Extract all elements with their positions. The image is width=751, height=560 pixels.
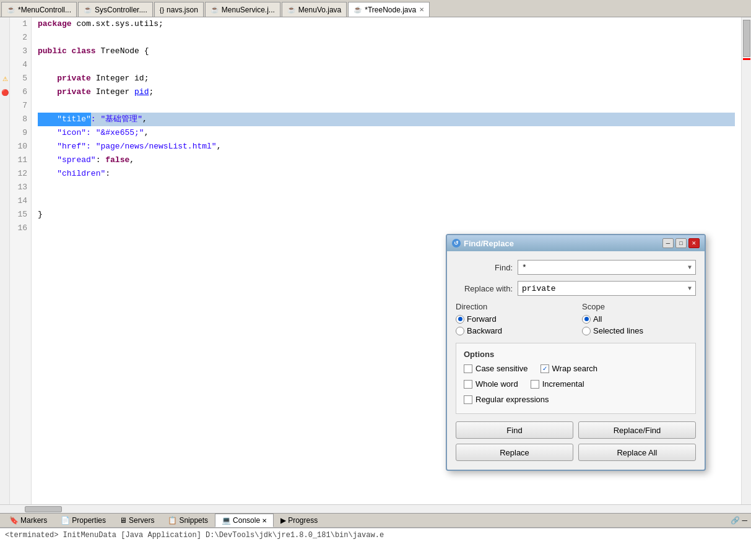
find-row: Find: * ▼ [456, 260, 696, 275]
backward-option[interactable]: Backward [456, 326, 570, 335]
find-input-container[interactable]: * ▼ [518, 260, 696, 275]
margin-8 [0, 113, 10, 126]
case-sensitive-option[interactable]: Case sensitive [464, 364, 528, 373]
code-line-16 [38, 222, 735, 235]
margin-warning-icon: ⚠ [0, 72, 10, 85]
wrap-search-option[interactable]: Wrap search [540, 364, 597, 373]
replace-input-container[interactable]: private ▼ [518, 281, 696, 296]
editor-scrollbar[interactable] [741, 17, 751, 504]
case-sensitive-checkbox[interactable] [464, 364, 472, 373]
console-minimize-icon[interactable]: ─ [742, 516, 747, 525]
all-option[interactable]: All [582, 314, 696, 324]
selected-lines-option[interactable]: Selected lines [582, 326, 696, 335]
dialog-maximize-button[interactable]: □ [675, 238, 687, 248]
bottom-tab-snippets[interactable]: 📋 Snippets [161, 514, 215, 527]
replace-dropdown-arrow[interactable]: ▼ [688, 285, 692, 292]
direction-scope-row: Direction Forward Backward [456, 302, 696, 335]
line-num-12: 12 [14, 167, 27, 181]
selected-lines-radio[interactable] [582, 327, 591, 335]
line-num-14: 14 [14, 194, 27, 208]
all-radio[interactable] [582, 315, 591, 324]
tab-close-icon[interactable]: ✕ [419, 6, 424, 13]
incremental-checkbox[interactable] [531, 380, 539, 389]
bottom-tab-progress[interactable]: ▶ Progress [274, 514, 324, 527]
tab-treenode[interactable]: ☕ *TreeNode.java ✕ [348, 2, 430, 17]
tab-menuservice[interactable]: ☕ MenuService.j... [205, 2, 280, 17]
line-num-9: 9 [14, 126, 27, 140]
wrap-search-label: Wrap search [552, 364, 597, 373]
replace-all-button[interactable]: Replace All [578, 444, 696, 461]
code-line-8: "title": "基础管理", [38, 113, 735, 126]
line-num-11: 11 [14, 153, 27, 167]
tab-syscontroller[interactable]: ☕ SysController.... [78, 2, 153, 17]
options-label: Options [464, 350, 688, 359]
regex-option[interactable]: Regular expressions [464, 395, 688, 404]
dialog-close-button[interactable]: ✕ [688, 238, 700, 248]
h-scrollbar-thumb[interactable] [25, 506, 62, 512]
find-replace-dialog[interactable]: ↺ Find/Replace ─ □ ✕ Find: * ▼ [446, 234, 706, 471]
java-icon-3: ☕ [211, 6, 219, 14]
snippets-icon: 📋 [168, 516, 177, 525]
replace-row: Replace with: private ▼ [456, 281, 696, 296]
console-close[interactable]: ✕ [262, 517, 267, 524]
code-line-10: "href": "page/news/newsList.html", [38, 140, 735, 153]
line-num-7: 7 [14, 99, 27, 113]
tab-menucontroll[interactable]: ☕ *MenuControll... [1, 2, 77, 17]
case-sensitive-label: Case sensitive [475, 364, 528, 373]
dialog-body: Find: * ▼ Replace with: private ▼ [447, 251, 705, 470]
forward-radio[interactable] [456, 315, 464, 324]
backward-radio[interactable] [456, 327, 464, 335]
regex-checkbox[interactable] [464, 395, 472, 404]
find-dropdown-arrow[interactable]: ▼ [688, 264, 692, 271]
left-margin: ⚠ 🔴 [0, 17, 10, 504]
code-line-13 [38, 181, 735, 194]
whole-word-option[interactable]: Whole word [464, 379, 518, 389]
tab-navsjson[interactable]: {} navs.json [154, 2, 204, 17]
bottom-tab-markers[interactable]: 🔖 Markers [2, 514, 54, 527]
bottom-tab-properties[interactable]: 📄 Properties [54, 514, 113, 527]
markers-icon: 🔖 [9, 516, 19, 525]
regex-label: Regular expressions [475, 395, 549, 404]
wrap-search-checkbox[interactable] [540, 364, 549, 373]
dialog-minimize-button[interactable]: ─ [662, 238, 674, 248]
replace-button[interactable]: Replace [456, 444, 573, 461]
console-action-icon[interactable]: 🔗 [731, 516, 740, 525]
line-num-6: 6 [14, 85, 27, 99]
line-numbers: 1 2 3 4 5 6 7 8 9 10 11 12 13 14 15 16 [10, 17, 32, 504]
editor-area: ⚠ 🔴 1 2 3 4 5 6 7 8 9 10 11 12 13 14 15 … [0, 17, 751, 504]
bottom-tab-bar: 🔖 Markers 📄 Properties 🖥 Servers 📋 Snipp… [0, 513, 751, 528]
scrollbar-thumb[interactable] [743, 20, 750, 57]
margin-error-icon: 🔴 [0, 85, 10, 99]
code-line-1: package com.sxt.sys.utils; [38, 17, 735, 31]
bottom-tab-console[interactable]: 💻 Console ✕ [215, 514, 274, 527]
line-num-8: 8 [14, 113, 27, 126]
forward-label: Forward [467, 314, 497, 324]
code-line-9: "icon": "&#xe655;", [38, 126, 735, 140]
dialog-controls: ─ □ ✕ [662, 238, 700, 248]
java-icon-2: ☕ [84, 6, 92, 14]
forward-option[interactable]: Forward [456, 314, 570, 324]
backward-label: Backward [467, 326, 502, 335]
direction-block: Direction Forward Backward [456, 302, 570, 335]
tab-bar: ☕ *MenuControll... ☕ SysController.... {… [0, 0, 751, 17]
horizontal-scrollbar[interactable] [0, 504, 751, 513]
margin-10 [0, 140, 10, 153]
direction-label: Direction [456, 302, 570, 311]
find-value[interactable]: * [522, 263, 688, 272]
scope-radio-group: All Selected lines [582, 314, 696, 335]
incremental-option[interactable]: Incremental [531, 379, 584, 389]
java-icon-5: ☕ [354, 6, 362, 14]
find-button[interactable]: Find [456, 421, 573, 439]
json-icon: {} [160, 6, 164, 14]
bottom-tab-servers[interactable]: 🖥 Servers [113, 514, 161, 527]
options-section: Options Case sensitive Wrap search [456, 343, 696, 414]
whole-word-checkbox[interactable] [464, 380, 472, 389]
scrollbar-error-marker [743, 58, 750, 60]
tab-menuvo[interactable]: ☕ MenuVo.java [282, 2, 347, 17]
java-icon-4: ☕ [287, 6, 296, 14]
scope-label: Scope [582, 302, 696, 311]
replace-find-button[interactable]: Replace/Find [578, 421, 696, 439]
replace-value[interactable]: private [522, 284, 688, 293]
action-row-2: Replace Replace All [456, 444, 696, 461]
dialog-titlebar: ↺ Find/Replace ─ □ ✕ [447, 235, 705, 251]
